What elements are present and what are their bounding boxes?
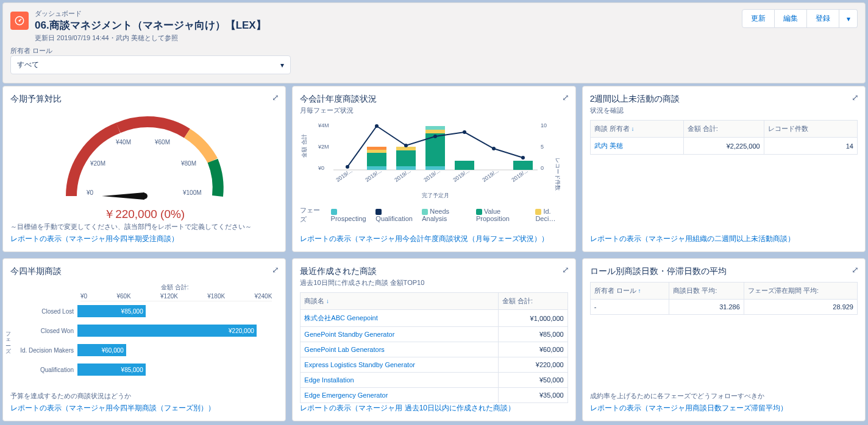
table-row: 武内 美穂 ¥2,225,000 14 [590,138,857,155]
svg-text:¥80M: ¥80M [180,160,196,167]
col-count[interactable]: レコード件数 [764,121,857,138]
last-refreshed: 更新日 2019/07/19 14:44・武内 美穂として参照 [35,33,266,43]
svg-rect-30 [513,161,533,170]
card-title: 今会計年度商談状況 [300,94,567,105]
svg-rect-26 [425,130,445,133]
card-budget-gauge: ⤢ 今期予算対比 ¥0 ¥20M ¥40M ¥60M ¥80M ¥100M ￥2… [2,86,286,252]
avg-table: 所有者 ロール 商談日数 平均: フェーズ滞在期間 平均: - 31.286 2… [590,282,858,315]
card-note: 成約率を上げるために各フェーズでどうフォローすべきか [590,392,858,401]
opp-link[interactable]: GenePoint Lab Generators [301,342,499,357]
expand-icon[interactable]: ⤢ [272,93,279,102]
svg-text:¥2M: ¥2M [318,144,329,150]
svg-rect-20 [367,147,386,150]
svg-text:10: 10 [541,122,547,128]
table-row: 株式会社ABC Genepoint¥1,000,000 [301,310,567,327]
refresh-button[interactable]: 更新 [742,9,775,28]
svg-text:¥0: ¥0 [86,189,94,196]
role-filter-select[interactable]: すべて ▾ [10,55,291,74]
action-buttons: 更新 編集 登録 ▾ [742,9,858,28]
view-report-link[interactable]: レポートの表示（マネージャ用 過去10日以内に作成された商談） [300,403,567,413]
card-subtitle: 過去10日間に作成された商談 金額TOP10 [300,278,567,287]
svg-text:¥40M: ¥40M [115,139,131,146]
card-title: 2週間以上未活動の商談 [590,94,858,105]
col-amount[interactable]: 金額 合計: [683,121,764,138]
svg-text:¥100M: ¥100M [182,189,202,196]
hbar-chart: 金額 合計: ¥0¥60K¥120K¥180K¥240K Closed Lost… [10,277,278,379]
chevron-down-icon: ▾ [280,61,284,69]
expand-icon[interactable]: ⤢ [852,93,859,102]
dashboard-icon [10,12,29,30]
owner-link[interactable]: 武内 美穂 [590,138,683,155]
svg-text:¥60M: ¥60M [154,139,170,146]
opp-link[interactable]: Edge Installation [301,373,499,388]
expand-icon[interactable]: ⤢ [272,265,279,275]
table-row: GenePoint Lab Generators¥60,000 [301,342,567,357]
table-row: - 31.286 28.929 [590,300,857,315]
svg-point-35 [463,130,466,134]
filter-label: 所有者 ロール [10,46,858,55]
opp-link[interactable]: Express Logistics Standby Generator [301,357,499,373]
col-owner[interactable]: 商談 所有者 [590,121,683,138]
svg-text:完了予定月: 完了予定月 [422,192,449,198]
svg-point-8 [141,193,148,199]
view-report-link[interactable]: レポートの表示（マネージャ用商談日数フェーズ滞留平均） [590,403,858,413]
table-row: Express Logistics Standby Generator¥220,… [301,357,567,373]
card-title: 今期予算対比 [10,94,278,105]
card-fiscal-status: ⤢ 今会計年度商談状況 月毎フェーズ状況 金額 合計 レコード件数 ¥4M ¥2… [292,86,575,252]
card-inactive-opps: ⤢ 2週間以上未活動の商談 状況を確認 商談 所有者 金額 合計: レコード件数… [582,86,866,252]
recent-table: 商談名 金額 合計: 株式会社ABC Genepoint¥1,000,000Ge… [300,292,567,403]
svg-rect-18 [367,153,386,166]
table-row: GenePoint Standby Generator¥85,000 [301,327,567,342]
svg-point-34 [433,135,437,138]
svg-text:¥4M: ¥4M [318,122,329,128]
card-recent-opps: ⤢ 最近作成された商談 過去10日間に作成された商談 金額TOP10 商談名 金… [292,258,575,421]
col-stay[interactable]: フェーズ滞在期間 平均: [744,283,857,300]
col-name[interactable]: 商談名 [301,293,499,310]
view-report-link[interactable]: レポートの表示（マネージャ用組織の二週間以上未活動商談） [590,234,858,244]
col-days[interactable]: 商談日数 平均: [669,283,744,300]
card-avg-days: ⤢ ロール別商談日数・停滞日数の平均 所有者 ロール 商談日数 平均: フェーズ… [582,258,866,421]
card-subtitle: 状況を確認 [590,106,858,115]
expand-icon[interactable]: ⤢ [852,265,859,275]
subscribe-button[interactable]: 登録 [807,9,839,28]
card-note: 予算を達成するための商談状況はどうか [10,392,278,401]
gauge-chart: ¥0 ¥20M ¥40M ¥60M ¥80M ¥100M [38,111,251,202]
edit-button[interactable]: 編集 [775,9,807,28]
col-amount[interactable]: 金額 合計: [499,293,568,310]
chart-legend: フェーズ Prospecting Qualification Needs Ana… [300,206,567,224]
card-title: 今四半期商談 [10,266,278,277]
view-report-link[interactable]: レポートの表示（マネージャ用今四半期受注商談） [10,234,278,244]
svg-point-33 [404,144,408,147]
col-role[interactable]: 所有者 ロール [590,283,669,300]
gauge-value: ￥220,000 (0%) [10,206,278,222]
card-note: ～目標値を手動で変更してください、該当部門をレポートで定義してください～ [10,222,278,231]
table-row: Edge Installation¥50,000 [301,373,567,388]
expand-icon[interactable]: ⤢ [562,93,569,102]
card-title: ロール別商談日数・停滞日数の平均 [590,266,858,277]
card-subtitle: 月毎フェーズ状況 [300,106,567,115]
dashboard-header: ダッシュボード 06.商談マネジメント（マネージャ向け）【LEX】 更新日 20… [2,2,866,83]
svg-text:金額 合計: 金額 合計 [301,134,307,158]
opp-link[interactable]: GenePoint Standby Generator [301,327,499,342]
svg-text:5: 5 [541,144,544,150]
svg-rect-22 [396,150,416,166]
svg-rect-19 [367,150,386,153]
svg-point-37 [521,156,525,160]
breadcrumb: ダッシュボード [35,9,266,18]
svg-point-36 [492,147,496,150]
svg-point-1 [19,20,21,22]
view-report-link[interactable]: レポートの表示（マネージャ用今四半期商談（フェーズ別）） [10,403,278,413]
svg-rect-29 [455,161,474,170]
expand-icon[interactable]: ⤢ [562,265,569,275]
role-filter-value: すべて [17,60,39,70]
opp-link[interactable]: 株式会社ABC Genepoint [301,310,499,327]
svg-rect-27 [425,126,445,130]
table-row: Edge Emergency Generator¥35,000 [301,388,567,403]
card-title: 最近作成された商談 [300,266,567,277]
opp-link[interactable]: Edge Emergency Generator [301,388,499,403]
svg-text:¥20M: ¥20M [90,160,105,167]
view-report-link[interactable]: レポートの表示（マネージャ用今会計年度商談状況（月毎フェーズ状況）） [300,234,567,244]
svg-point-32 [375,124,379,128]
more-actions-button[interactable]: ▾ [839,9,858,28]
svg-text:レコード件数: レコード件数 [555,158,561,191]
